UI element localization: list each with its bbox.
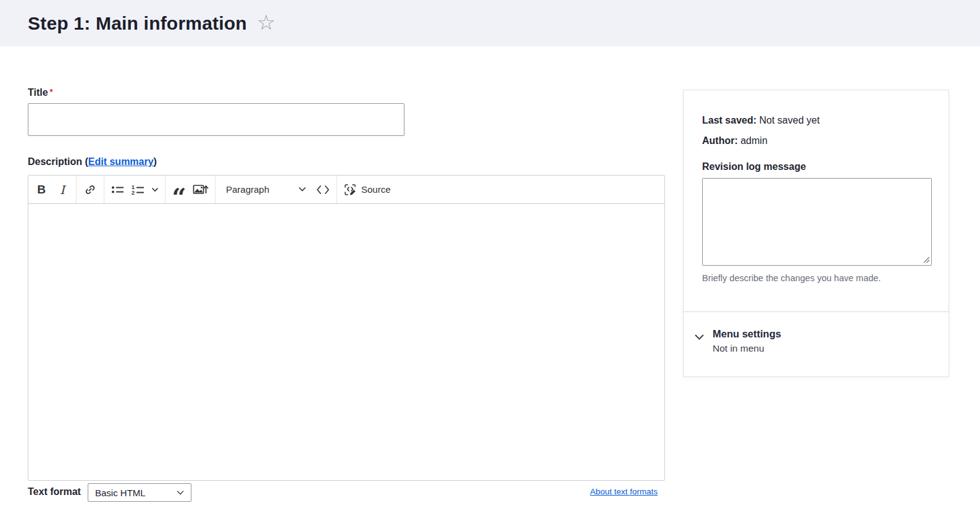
- page-title: Step 1: Main information: [28, 13, 247, 34]
- last-saved-row: Last saved: Not saved yet: [702, 115, 930, 126]
- description-label-text: Description: [28, 156, 82, 167]
- code-icon: [316, 185, 330, 195]
- image-upload-button[interactable]: [190, 178, 212, 201]
- toolbar-separator: [337, 176, 337, 203]
- svg-text:2: 2: [132, 190, 135, 195]
- chevron-down-icon: [298, 187, 306, 192]
- node-meta-panel: Last saved: Not saved yet Author: admin …: [684, 90, 949, 312]
- toolbar-separator: [215, 176, 216, 203]
- toolbar-separator: [165, 176, 165, 203]
- text-format-label: Text format: [28, 486, 81, 497]
- bold-icon: B: [37, 183, 46, 197]
- chevron-down-icon: [151, 187, 159, 192]
- menu-settings-title: Menu settings: [713, 328, 781, 340]
- source-button-label: Source: [361, 184, 391, 195]
- menu-settings-text: Menu settings Not in menu: [713, 328, 781, 354]
- numbered-list-button[interactable]: 1 2: [128, 178, 148, 201]
- editor-content-area[interactable]: [28, 204, 664, 480]
- numbered-list-icon: 1 2: [132, 184, 145, 195]
- code-button[interactable]: [312, 178, 333, 201]
- bulleted-list-button[interactable]: [107, 178, 128, 201]
- menu-settings-toggle[interactable]: Menu settings Not in menu: [684, 312, 949, 354]
- toolbar-separator: [76, 176, 77, 203]
- link-icon: [84, 184, 96, 196]
- about-text-formats-link[interactable]: About text formats: [590, 487, 658, 496]
- revision-log-textarea[interactable]: [702, 178, 932, 266]
- toolbar-separator: [104, 176, 104, 203]
- sidebar: Last saved: Not saved yet Author: admin …: [683, 90, 949, 377]
- text-format-value: Basic HTML: [95, 488, 146, 498]
- rich-text-editor: B I: [28, 175, 665, 481]
- blockquote-button[interactable]: “: [169, 178, 190, 201]
- required-asterisk: *: [50, 87, 53, 96]
- image-upload-icon: [193, 183, 209, 197]
- author-label: Author:: [702, 135, 738, 146]
- chevron-down-icon: [176, 490, 185, 496]
- title-input[interactable]: [28, 103, 404, 136]
- edit-summary-link[interactable]: Edit summary: [88, 156, 154, 167]
- last-saved-label: Last saved:: [702, 115, 756, 125]
- list-options-dropdown-button[interactable]: [148, 178, 162, 201]
- source-button[interactable]: Source: [340, 178, 394, 201]
- editor-toolbar: B I: [28, 176, 664, 204]
- page: Step 1: Main information ☆ Title* Descri…: [0, 0, 980, 516]
- bold-button[interactable]: B: [31, 178, 52, 201]
- favorite-star-icon[interactable]: ☆: [257, 12, 275, 33]
- title-label-text: Title: [28, 87, 48, 98]
- revision-log-wrapper: [702, 178, 932, 266]
- menu-settings-summary: Not in menu: [713, 343, 781, 354]
- revision-log-help: Briefly describe the changes you have ma…: [702, 273, 930, 283]
- description-field-label: Description (Edit summary): [28, 156, 157, 167]
- author-row: Author: admin: [702, 135, 930, 146]
- resize-handle-icon[interactable]: [923, 256, 930, 263]
- source-icon: [343, 183, 357, 197]
- author-value: admin: [740, 135, 768, 146]
- chevron-down-icon: [694, 334, 705, 340]
- page-header: Step 1: Main information ☆: [0, 0, 980, 46]
- paragraph-dropdown-label: Paragraph: [226, 184, 269, 195]
- paren-open: (: [82, 156, 88, 167]
- link-button[interactable]: [80, 178, 101, 201]
- revision-log-label: Revision log message: [702, 161, 930, 172]
- text-format-select[interactable]: Basic HTML: [88, 483, 191, 502]
- title-field-label: Title*: [28, 87, 53, 98]
- bulleted-list-icon: [111, 184, 125, 195]
- paragraph-style-dropdown[interactable]: Paragraph: [219, 178, 312, 201]
- italic-button[interactable]: I: [52, 178, 73, 201]
- last-saved-value: Not saved yet: [760, 115, 820, 125]
- paren-close: ): [154, 156, 157, 167]
- italic-icon: I: [60, 183, 65, 197]
